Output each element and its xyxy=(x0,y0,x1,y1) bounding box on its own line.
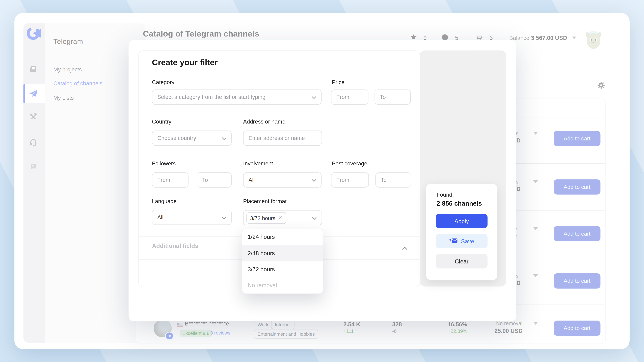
address-input[interactable] xyxy=(243,131,322,146)
price-to-input[interactable] xyxy=(374,89,411,105)
row-expand-caret-icon[interactable] xyxy=(533,274,538,277)
modal-title: Create your filter xyxy=(152,58,218,67)
category-tag: Entertainment and Hobbies xyxy=(254,330,318,339)
additional-fields-label: Additional fields xyxy=(152,243,198,249)
followers-value: 2.54 K xyxy=(343,321,360,328)
row-expand-caret-icon[interactable] xyxy=(533,132,538,135)
chevron-down-icon xyxy=(222,214,226,220)
post-coverage-from-input[interactable] xyxy=(331,172,369,188)
results-card: Found: 2 856 channels Apply Save Clear xyxy=(426,184,497,280)
chevron-down-icon xyxy=(222,135,226,141)
add-to-cart-button[interactable]: Add to cart xyxy=(554,273,600,289)
sidebar-active-indicator xyxy=(24,84,25,103)
coverage-value: 16.56% xyxy=(448,321,467,328)
country-label: Country xyxy=(152,119,172,125)
page-title: Catalog of Telegram channels xyxy=(143,29,259,38)
category-tag: Work xyxy=(254,320,272,329)
add-to-cart-button[interactable]: Add to cart xyxy=(554,226,600,241)
category-select[interactable]: Select a category from the list or start… xyxy=(152,89,322,105)
row-expand-caret-icon[interactable] xyxy=(533,322,538,325)
clear-button[interactable]: Clear xyxy=(436,254,488,269)
chip-remove-icon[interactable]: ✕ xyxy=(278,216,282,220)
support-headset-icon[interactable] xyxy=(29,138,38,148)
apply-button[interactable]: Apply xyxy=(436,214,488,228)
sidebar-item-my-projects[interactable]: My projects xyxy=(53,66,82,73)
involvement-select[interactable]: All xyxy=(243,172,322,188)
found-channels-count: 2 856 channels xyxy=(436,200,482,207)
rating-badge: Excellent 9.8 xyxy=(180,330,212,337)
price-from-input[interactable] xyxy=(331,89,368,105)
add-to-cart-button[interactable]: Add to cart xyxy=(554,321,600,336)
coverage-delta: +22.39% xyxy=(448,328,467,334)
price-label: Price xyxy=(332,79,344,85)
sidebar-item-catalog-of-channels[interactable]: Catalog of channels xyxy=(53,80,102,87)
dropdown-option[interactable]: No removal xyxy=(242,278,323,294)
channel-name[interactable]: B******** *******e xyxy=(185,321,229,327)
followers-from-input[interactable] xyxy=(152,172,188,188)
brand-name: Telegram xyxy=(53,38,83,46)
category-label: Category xyxy=(152,79,174,85)
language-label: Language xyxy=(152,198,176,204)
followers-label: Followers xyxy=(152,161,176,167)
address-label: Address or name xyxy=(243,119,286,125)
balance-caret-icon[interactable] xyxy=(572,36,576,39)
post-coverage-to-input[interactable] xyxy=(375,172,411,188)
placement-format-dropdown: 1/24 hours 2/48 hours 3/72 hours No remo… xyxy=(242,229,323,294)
user-avatar[interactable] xyxy=(583,29,604,52)
price-value: 25.00 USD xyxy=(494,328,523,334)
chevron-down-icon xyxy=(312,94,316,100)
dropdown-option[interactable]: 3/72 hours xyxy=(242,261,323,278)
placement-format-value: No removal xyxy=(496,321,522,326)
followers-delta: +111 xyxy=(343,328,354,334)
reviews-link[interactable]: 3 reviews xyxy=(210,330,230,335)
app-logo-icon[interactable] xyxy=(26,26,40,42)
found-label: Found: xyxy=(436,192,454,198)
catalog-of-channels-icon[interactable] xyxy=(29,89,38,100)
sidebar-item-my-lists[interactable]: My Lists xyxy=(53,95,74,101)
help-icon[interactable]: ? xyxy=(30,163,37,172)
dropdown-option[interactable]: 2/48 hours xyxy=(242,245,323,261)
language-select[interactable]: All xyxy=(152,210,232,225)
chevron-down-icon xyxy=(312,177,316,183)
balance-value[interactable]: 3 567.00 USD xyxy=(531,34,567,41)
add-to-cart-button[interactable]: Add to cart xyxy=(554,131,600,146)
dropdown-option[interactable]: 1/24 hours xyxy=(242,229,323,246)
table-settings-gear-icon[interactable] xyxy=(597,81,605,91)
question-mark-glyph: ? xyxy=(32,164,34,168)
followers-to-input[interactable] xyxy=(197,172,232,188)
save-envelope-icon xyxy=(449,238,458,245)
chevron-up-icon[interactable] xyxy=(402,244,408,252)
country-select[interactable]: Choose country xyxy=(152,131,232,146)
row-expand-caret-icon[interactable] xyxy=(533,180,538,183)
telegram-badge-icon xyxy=(165,332,174,340)
involvement-value: 328 xyxy=(392,321,402,328)
placement-selected-chip[interactable]: 3/72 hours ✕ xyxy=(246,212,286,224)
save-button[interactable]: Save xyxy=(436,234,488,248)
category-tag: Internet xyxy=(271,320,294,329)
my-projects-icon[interactable] xyxy=(29,65,38,75)
chevron-down-icon xyxy=(312,215,317,221)
tools-icon[interactable] xyxy=(29,113,38,123)
involvement-label: Involvement xyxy=(243,161,273,167)
row-expand-caret-icon[interactable] xyxy=(533,227,538,230)
post-coverage-label: Post coverage xyxy=(332,161,367,167)
placement-format-label: Placement format xyxy=(243,198,286,204)
country-flag-icon xyxy=(176,322,183,329)
involvement-delta: -6 xyxy=(392,328,397,334)
add-to-cart-button[interactable]: Add to cart xyxy=(554,179,600,195)
